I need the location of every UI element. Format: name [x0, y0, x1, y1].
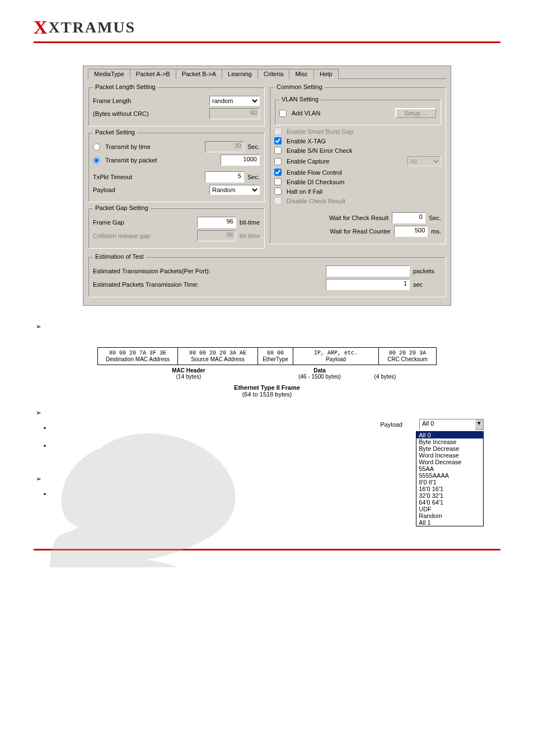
transmit-by-packet-value[interactable]: 1000 [221, 155, 260, 166]
flow-control-label: Enable Flow Control [287, 169, 441, 176]
payload-cell: IP, ARP, etc. Payload [293, 347, 379, 365]
payload-opt-3[interactable]: Word Increase [416, 452, 483, 459]
bullet-dot-1: • [44, 424, 380, 435]
payload-opt-13[interactable]: All 1 [416, 519, 483, 526]
payload-opt-5[interactable]: 55AA [416, 465, 483, 472]
frame-title-row: Ethernet Type II Frame (64 to 1518 bytes… [97, 384, 437, 398]
capture-checkbox[interactable] [274, 158, 282, 165]
txpkt-timeout-value[interactable]: 5 [205, 171, 244, 183]
vlan-group: VLAN Setting Add VLAN Setup ... [274, 96, 441, 125]
wait-check-unit: Sec. [429, 214, 441, 221]
payload-opt-11[interactable]: UDF [416, 506, 483, 512]
payload-opt-1[interactable]: Byte Increase [416, 438, 483, 445]
add-vlan-label: Add VLAN [292, 110, 392, 116]
brand-text: XTRAMUS [49, 18, 136, 36]
packet-setting-legend: Packet Setting [93, 129, 137, 136]
transmit-by-time-radio[interactable] [93, 143, 100, 151]
settings-dialog: MediaType Packet A->B Packet B->A Learni… [83, 66, 451, 306]
payload-dd-list[interactable]: All 0 Byte Increase Byte Decrease Word I… [416, 431, 484, 526]
dest-mac-label: Destination MAC Address [101, 356, 174, 362]
tab-packet-ab[interactable]: Packet A->B [130, 69, 176, 79]
tab-criteria[interactable]: Criteria [257, 69, 289, 79]
bullet-arrow-2: ➢ [36, 409, 380, 417]
payload-field-label: Payload [297, 356, 375, 362]
di-checksum-checkbox[interactable] [274, 178, 282, 185]
frame-gap-value[interactable]: 96 [197, 217, 236, 228]
halt-fail-label: Halt on if Fail [287, 188, 441, 195]
est-time-unit: sec [413, 281, 441, 288]
frame-length-label: Frame Length [93, 97, 206, 104]
bullet-dot-3: • [44, 491, 380, 501]
packet-length-group: Packet Length Setting Frame Length rando… [88, 83, 265, 127]
transmit-by-packet-label: Transmit by packet [105, 157, 217, 164]
bullet-arrow: ➢ [36, 323, 500, 330]
xtag-checkbox[interactable] [274, 137, 282, 144]
top-rule [34, 41, 500, 43]
tab-help[interactable]: Help [313, 69, 339, 79]
packet-gap-group: Packet Gap Setting Frame Gap 96 bit-time… [88, 204, 265, 249]
estimation-legend: Estimation of Test [93, 253, 146, 260]
crc-label: CRC Checksum [382, 356, 433, 362]
payload-opt-0[interactable]: All 0 [416, 432, 483, 438]
mac-header-bytes: (14 bytes) [97, 374, 280, 380]
tab-bar: MediaType Packet A->B Packet B->A Learni… [88, 68, 446, 79]
frame-gap-label: Frame Gap [93, 219, 194, 226]
capture-label: Enable Capture [287, 158, 404, 165]
frame-title-bytes: (64 to 1518 bytes) [242, 391, 292, 398]
vlan-legend: VLAN Setting [279, 96, 321, 102]
sn-error-label: Enable S/N Error Check [287, 147, 441, 154]
xtag-label: Enable X-TAG [287, 138, 441, 144]
payload-opt-8[interactable]: 16'0 16'1 [416, 486, 483, 492]
est-packets-value [326, 265, 410, 277]
packet-gap-legend: Packet Gap Setting [93, 204, 151, 211]
wait-read-unit: ms. [431, 228, 441, 235]
txpkt-timeout-unit: Sec. [247, 174, 260, 180]
brand-logo: XXTRAMUS [34, 17, 500, 38]
bytes-without-crc-label: (Bytes without CRC) [93, 110, 206, 117]
src-mac-hex: 80 00 20 20 3A AE [181, 350, 254, 356]
payload-opt-12[interactable]: Random [416, 512, 483, 519]
mac-header-label: MAC Header [97, 367, 280, 374]
tab-packet-ba[interactable]: Packet B->A [176, 69, 222, 79]
dest-mac-hex: 80 00 20 7A 3F 3E [101, 350, 174, 356]
chevron-down-icon[interactable]: ▾ [475, 419, 484, 430]
tab-learning[interactable]: Learning [222, 69, 258, 79]
payload-opt-4[interactable]: Word Decrease [416, 459, 483, 465]
payload-opt-2[interactable]: Byte Decrease [416, 445, 483, 452]
flow-control-checkbox[interactable] [274, 169, 282, 176]
est-time-label: Estimated Packets Transmission Time: [93, 281, 322, 288]
ethernet-frame-diagram: 80 00 20 7A 3F 3E Destination MAC Addres… [97, 347, 437, 398]
tab-mediatype[interactable]: MediaType [88, 69, 130, 79]
payload-opt-9[interactable]: 32'0 32'1 [416, 492, 483, 499]
collision-gap-unit: bit-time [240, 232, 260, 239]
crc-bytes: (4 bytes) [359, 374, 411, 380]
payload-opt-6[interactable]: 5555AAAA [416, 472, 483, 479]
frame-title: Ethernet Type II Frame [234, 384, 300, 391]
crc-cell: 00 20 20 3A CRC Checksum [379, 347, 437, 365]
txpkt-timeout-label: TxPkt Timeout [93, 174, 202, 180]
bullet-arrow-3: ➢ [36, 475, 380, 483]
vlan-setup-button[interactable]: Setup ... [395, 108, 436, 118]
payload-hex: IP, ARP, etc. [297, 350, 375, 356]
tab-misc[interactable]: Misc [289, 69, 314, 79]
wait-read-value[interactable]: 500 [394, 226, 428, 237]
ethertype-label: EtherType [261, 356, 289, 362]
payload-opt-7[interactable]: 8'0 8'1 [416, 479, 483, 486]
transmit-by-packet-radio[interactable] [93, 157, 100, 164]
common-setting-group: Common Setting VLAN Setting Add VLAN Set… [269, 83, 446, 244]
di-checksum-label: Enable DI Checksum [287, 179, 441, 185]
sn-error-checkbox[interactable] [274, 147, 282, 154]
est-packets-label: Estimated Transmission Packets(Per Port)… [93, 268, 322, 274]
payload-dd-selected[interactable]: All 0 [419, 419, 475, 430]
payload-opt-10[interactable]: 64'0 64'1 [416, 499, 483, 506]
packet-length-legend: Packet Length Setting [93, 83, 158, 90]
add-vlan-checkbox[interactable] [279, 110, 287, 117]
disable-check-label: Disable Check Result [287, 198, 441, 204]
frame-length-select[interactable]: random [209, 96, 260, 106]
disable-check-checkbox [274, 197, 282, 204]
halt-fail-checkbox[interactable] [274, 188, 282, 195]
bottom-rule [34, 549, 500, 550]
payload-select[interactable]: Random [209, 185, 260, 195]
wait-check-value[interactable]: 0 [392, 212, 425, 223]
bytes-value: 60 [209, 108, 260, 119]
